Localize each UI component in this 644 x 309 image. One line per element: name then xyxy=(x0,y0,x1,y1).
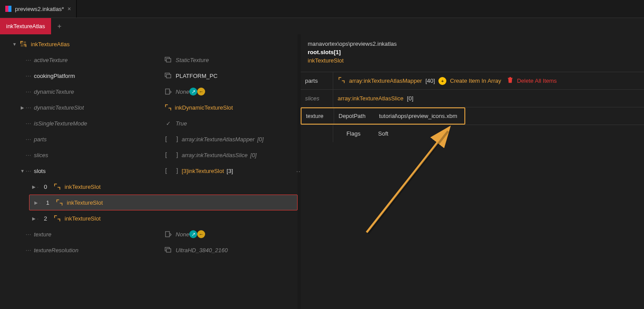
prop-value: PLATFORM_PC xyxy=(176,73,217,79)
tree-issingletexturemode[interactable]: ⋯ isSingleTextureMode ✓ True xyxy=(0,115,298,131)
prop-value: True xyxy=(176,120,187,127)
create-item-button[interactable]: Create Item In Array xyxy=(450,77,501,84)
tree-slots[interactable]: ▼ ⋯ slots [ ] [3]inkTextureSlot [3] xyxy=(0,163,298,179)
goto-icon[interactable]: ↗ xyxy=(189,230,197,238)
prop-name: parts xyxy=(301,72,333,89)
class-icon xyxy=(338,76,346,85)
prop-label: parts xyxy=(34,136,164,143)
breadcrumb: manavortex\ops\previews2.inkatlas xyxy=(308,40,637,47)
prop-label: slices xyxy=(34,152,164,158)
detail-texture-row[interactable]: texture DepotPath tutorial\ops\preview_i… xyxy=(301,107,644,125)
tree-texture[interactable]: ⋯ texture None ↗ ← xyxy=(0,226,298,242)
add-icon[interactable]: + xyxy=(438,77,446,85)
svg-line-10 xyxy=(368,131,448,234)
prop-count: [0] xyxy=(250,152,257,158)
svg-rect-3 xyxy=(166,74,171,78)
prop-count: [3] xyxy=(227,168,233,174)
array-icon: [ ] xyxy=(164,136,179,143)
back-icon[interactable]: ← xyxy=(197,88,205,96)
chevron-right-icon[interactable]: ▶ xyxy=(31,184,37,189)
svg-rect-4 xyxy=(166,89,169,94)
prop-label: isSingleTextureMode xyxy=(34,120,164,127)
tree-textureresolution[interactable]: ⋯ textureResolution UltraHD_3840_2160 xyxy=(0,242,298,258)
ref-icon xyxy=(164,231,172,238)
bool-icon: ✓ xyxy=(164,120,172,127)
prop-name: slices xyxy=(301,90,333,107)
file-tab[interactable]: previews2.inkatlas* × xyxy=(0,0,77,18)
prop-label: texture xyxy=(34,231,164,238)
class-icon xyxy=(19,40,27,48)
enum-icon xyxy=(164,56,172,63)
prop-label: textureResolution xyxy=(34,247,164,254)
file-icon xyxy=(5,6,11,12)
ref-icon xyxy=(164,88,172,95)
detail-parts-row[interactable]: parts array:inkTextureAtlasMapper [40] +… xyxy=(301,72,644,89)
root-path: root.slots[1] xyxy=(308,49,637,55)
prop-count: [0] xyxy=(407,95,413,102)
tree-slot-0[interactable]: ▶ · 0 inkTextureSlot xyxy=(0,179,298,195)
tree-slot-1[interactable]: ▶ · 1 inkTextureSlot xyxy=(29,195,298,210)
tree-parts[interactable]: ⋯ parts [ ] array:inkTextureAtlasMapper … xyxy=(0,131,298,147)
detail-panel: manavortex\ops\previews2.inkatlas root.s… xyxy=(301,34,644,309)
panel-resizer[interactable]: ⋮ xyxy=(298,34,301,309)
delete-all-button[interactable]: Delete All Items xyxy=(517,77,556,84)
chevron-down-icon[interactable]: ▼ xyxy=(11,42,18,47)
back-icon[interactable]: ← xyxy=(197,230,205,238)
detail-flags-row[interactable]: Flags Soft xyxy=(301,125,644,142)
tree-root[interactable]: ▼ inkTextureAtlas xyxy=(0,36,298,52)
detail-slices-row[interactable]: slices array:inkTextureAtlasSlice [0] xyxy=(301,89,644,107)
slot-type: inkTextureSlot xyxy=(65,215,101,222)
chevron-down-icon[interactable]: ▼ xyxy=(19,169,26,173)
slot-index: 1 xyxy=(46,199,49,206)
svg-rect-5 xyxy=(166,232,169,237)
prop-label: slots xyxy=(34,168,164,174)
enum-icon xyxy=(164,72,172,79)
trash-icon[interactable] xyxy=(507,77,513,85)
chevron-right-icon[interactable]: ▶ xyxy=(31,216,37,221)
prop-value: StaticTexture xyxy=(176,57,209,63)
prop-value: None xyxy=(176,88,189,95)
subtab-inktextureatlas[interactable]: inkTextureAtlas xyxy=(0,18,51,34)
chevron-right-icon[interactable]: ▶ xyxy=(33,200,39,205)
prop-label: dynamicTexture xyxy=(34,88,164,95)
prop-count: [0] xyxy=(257,136,263,143)
array-icon: [ ] xyxy=(164,151,179,158)
prop-value: array:inkTextureAtlasSlice xyxy=(182,152,248,158)
prop-value: [3]inkTextureSlot xyxy=(182,168,224,174)
prop-type: array:inkTextureAtlasMapper xyxy=(349,77,422,84)
prop-value: UltraHD_3840_2160 xyxy=(176,247,228,254)
tree-slot-2[interactable]: ▶ · 2 inkTextureSlot xyxy=(0,210,298,226)
array-icon: [ ] xyxy=(164,167,179,174)
prop-subname: DepotPath xyxy=(334,108,375,124)
prop-name: texture xyxy=(302,108,334,124)
prop-value: inkDynamicTextureSlot xyxy=(175,104,233,111)
flags-value[interactable]: Soft xyxy=(378,130,388,137)
slot-type: inkTextureSlot xyxy=(67,199,103,206)
subtab-label: inkTextureAtlas xyxy=(6,23,45,29)
add-tab-button[interactable]: + xyxy=(51,18,67,34)
enum-icon xyxy=(164,246,172,254)
close-icon[interactable]: × xyxy=(67,5,71,12)
chevron-right-icon[interactable]: ▶ xyxy=(19,105,26,110)
type-name: inkTextureSlot xyxy=(308,57,637,64)
slot-type: inkTextureSlot xyxy=(65,184,101,190)
prop-value: None xyxy=(176,231,189,238)
tree-dynamictexture[interactable]: ⋯ dynamicTexture None ↗ ← xyxy=(0,84,298,99)
prop-label: activeTexture xyxy=(34,57,164,63)
svg-rect-7 xyxy=(166,249,171,252)
prop-count: [40] xyxy=(425,77,435,84)
goto-icon[interactable]: ↗ xyxy=(189,88,197,96)
class-icon xyxy=(55,199,63,206)
prop-name-empty xyxy=(301,125,333,142)
prop-label: dynamicTextureSlot xyxy=(34,104,164,111)
depot-path-value[interactable]: tutorial\ops\preview_icons.xbm xyxy=(379,113,457,119)
prop-subname: Flags xyxy=(333,125,374,142)
class-icon xyxy=(53,183,61,191)
tree-slices[interactable]: ⋯ slices [ ] array:inkTextureAtlasSlice … xyxy=(0,147,298,163)
tree-dynamictextureslot[interactable]: ▶ ⋯ dynamicTextureSlot inkDynamicTexture… xyxy=(0,99,298,115)
prop-type: array:inkTextureAtlasSlice xyxy=(338,95,404,102)
prop-value: array:inkTextureAtlasMapper xyxy=(182,136,255,143)
prop-label: cookingPlatform xyxy=(34,73,164,79)
tree-cookingplatform[interactable]: ⋯ cookingPlatform PLATFORM_PC xyxy=(0,68,298,84)
tree-activetexture[interactable]: ⋯ activeTexture StaticTexture xyxy=(0,52,298,68)
